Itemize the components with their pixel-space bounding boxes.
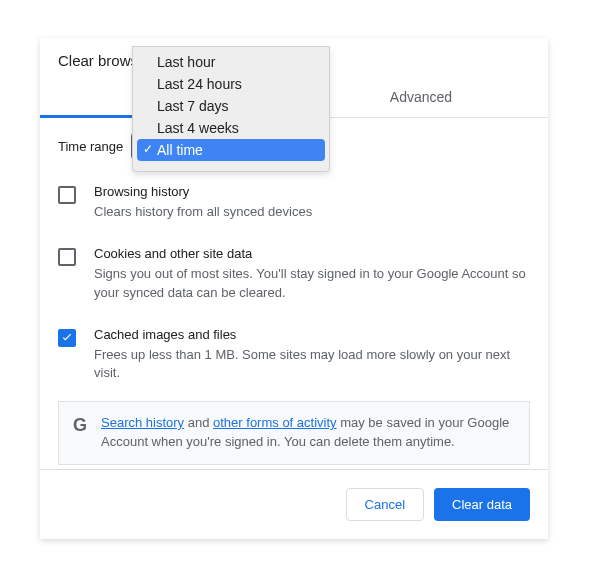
option-last-4-weeks[interactable]: Last 4 weeks (133, 117, 329, 139)
info-box: G Search history and other forms of acti… (58, 401, 530, 465)
time-range-label: Time range (58, 139, 123, 154)
item-browsing-history: Browsing history Clears history from all… (58, 170, 530, 232)
option-last-24-hours[interactable]: Last 24 hours (133, 73, 329, 95)
item-cookies: Cookies and other site data Signs you ou… (58, 232, 530, 313)
checkbox-cached[interactable] (58, 329, 76, 347)
tab-advanced[interactable]: Advanced (294, 79, 548, 117)
item-title: Browsing history (94, 184, 530, 199)
info-text: Search history and other forms of activi… (101, 414, 515, 452)
checkbox-browsing-history[interactable] (58, 186, 76, 204)
link-other-activity[interactable]: other forms of activity (213, 415, 337, 430)
option-last-7-days[interactable]: Last 7 days (133, 95, 329, 117)
item-desc: Frees up less than 1 MB. Some sites may … (94, 346, 530, 384)
items-list: Browsing history Clears history from all… (40, 170, 548, 393)
time-range-dropdown: Last hour Last 24 hours Last 7 days Last… (132, 46, 330, 172)
dialog-actions: Cancel Clear data (40, 469, 548, 539)
option-all-time[interactable]: All time (137, 139, 325, 161)
checkbox-cookies[interactable] (58, 248, 76, 266)
google-logo-icon: G (73, 416, 87, 434)
item-title: Cookies and other site data (94, 246, 530, 261)
option-last-hour[interactable]: Last hour (133, 51, 329, 73)
clear-data-button[interactable]: Clear data (434, 488, 530, 521)
item-desc: Clears history from all synced devices (94, 203, 530, 222)
item-cached: Cached images and files Frees up less th… (58, 313, 530, 394)
cancel-button[interactable]: Cancel (346, 488, 424, 521)
item-title: Cached images and files (94, 327, 530, 342)
link-search-history[interactable]: Search history (101, 415, 184, 430)
item-desc: Signs you out of most sites. You'll stay… (94, 265, 530, 303)
